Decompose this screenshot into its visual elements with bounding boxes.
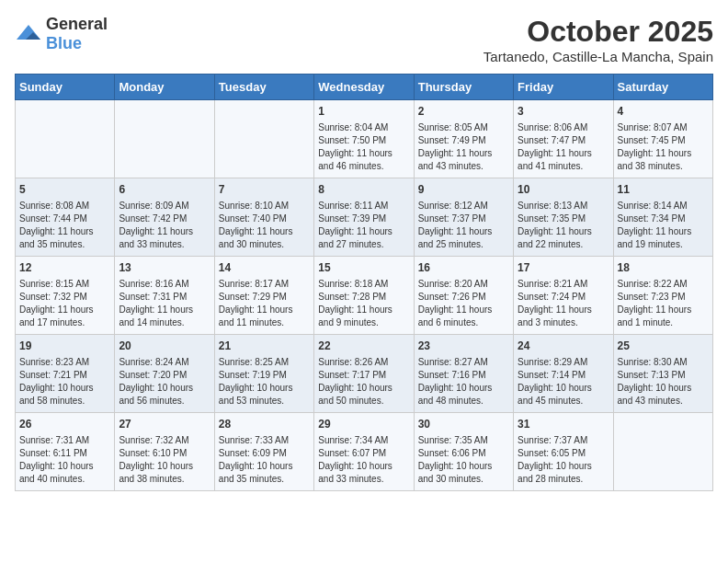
day-header-thursday: Thursday [414,75,513,100]
day-info: Sunrise: 8:08 AM Sunset: 7:44 PM Dayligh… [19,200,110,251]
calendar-cell: 19Sunrise: 8:23 AM Sunset: 7:21 PM Dayli… [16,335,115,413]
day-number: 17 [518,260,609,276]
day-number: 12 [19,260,110,276]
day-info: Sunrise: 7:31 AM Sunset: 6:11 PM Dayligh… [19,434,110,486]
day-number: 16 [418,260,509,276]
day-info: Sunrise: 8:04 AM Sunset: 7:50 PM Dayligh… [318,121,409,173]
calendar-cell: 12Sunrise: 8:15 AM Sunset: 7:32 PM Dayli… [16,257,115,335]
calendar-week-1: 1Sunrise: 8:04 AM Sunset: 7:50 PM Daylig… [16,100,713,178]
day-info: Sunrise: 8:14 AM Sunset: 7:34 PM Dayligh… [618,200,709,251]
day-info: Sunrise: 8:24 AM Sunset: 7:20 PM Dayligh… [119,356,210,408]
day-info: Sunrise: 7:34 AM Sunset: 6:07 PM Dayligh… [318,434,409,486]
day-info: Sunrise: 8:22 AM Sunset: 7:23 PM Dayligh… [618,278,709,329]
day-number: 1 [318,104,409,120]
day-number: 14 [219,260,310,276]
day-number: 19 [19,339,110,354]
day-info: Sunrise: 8:29 AM Sunset: 7:14 PM Dayligh… [518,356,609,408]
day-number: 28 [219,417,310,432]
day-header-wednesday: Wednesday [314,75,414,100]
calendar-cell: 31Sunrise: 7:37 AM Sunset: 6:05 PM Dayli… [514,413,613,491]
day-number: 31 [518,417,609,432]
day-number: 24 [518,339,609,354]
calendar-cell: 29Sunrise: 7:34 AM Sunset: 6:07 PM Dayli… [314,413,414,491]
day-info: Sunrise: 8:16 AM Sunset: 7:31 PM Dayligh… [119,278,210,329]
day-number: 8 [318,182,409,198]
day-number: 2 [418,104,509,120]
calendar-cell: 17Sunrise: 8:21 AM Sunset: 7:24 PM Dayli… [514,257,613,335]
location-title: Tartanedo, Castille-La Mancha, Spain [483,49,713,64]
calendar-cell: 24Sunrise: 8:29 AM Sunset: 7:14 PM Dayli… [514,335,613,413]
calendar-week-3: 12Sunrise: 8:15 AM Sunset: 7:32 PM Dayli… [16,257,713,335]
calendar-cell: 21Sunrise: 8:25 AM Sunset: 7:19 PM Dayli… [214,335,313,413]
calendar-cell: 26Sunrise: 7:31 AM Sunset: 6:11 PM Dayli… [16,413,115,491]
calendar-cell: 27Sunrise: 7:32 AM Sunset: 6:10 PM Dayli… [115,413,214,491]
calendar-cell: 15Sunrise: 8:18 AM Sunset: 7:28 PM Dayli… [314,257,414,335]
day-header-saturday: Saturday [613,75,712,100]
day-header-tuesday: Tuesday [214,75,313,100]
day-number: 20 [119,339,210,354]
calendar-cell: 22Sunrise: 8:26 AM Sunset: 7:17 PM Dayli… [314,335,414,413]
logo: General Blue [15,15,108,53]
day-info: Sunrise: 8:17 AM Sunset: 7:29 PM Dayligh… [219,278,310,329]
calendar-cell [214,100,313,178]
calendar-cell [16,100,115,178]
calendar-cell: 11Sunrise: 8:14 AM Sunset: 7:34 PM Dayli… [613,178,712,257]
calendar-cell: 3Sunrise: 8:06 AM Sunset: 7:47 PM Daylig… [514,100,613,178]
calendar-week-4: 19Sunrise: 8:23 AM Sunset: 7:21 PM Dayli… [16,335,713,413]
logo-icon [15,23,42,45]
day-number: 15 [318,260,409,276]
day-number: 11 [618,182,709,198]
calendar-cell: 9Sunrise: 8:12 AM Sunset: 7:37 PM Daylig… [414,178,513,257]
calendar-week-2: 5Sunrise: 8:08 AM Sunset: 7:44 PM Daylig… [16,178,713,257]
day-number: 26 [19,417,110,432]
calendar-body: 1Sunrise: 8:04 AM Sunset: 7:50 PM Daylig… [16,100,713,491]
calendar-cell: 13Sunrise: 8:16 AM Sunset: 7:31 PM Dayli… [115,257,214,335]
day-info: Sunrise: 7:33 AM Sunset: 6:09 PM Dayligh… [219,434,310,486]
header: General Blue October 2025 Tartanedo, Cas… [15,15,713,64]
day-info: Sunrise: 8:21 AM Sunset: 7:24 PM Dayligh… [518,278,609,329]
day-info: Sunrise: 8:30 AM Sunset: 7:13 PM Dayligh… [618,356,709,408]
day-info: Sunrise: 8:23 AM Sunset: 7:21 PM Dayligh… [19,356,110,408]
calendar-cell: 8Sunrise: 8:11 AM Sunset: 7:39 PM Daylig… [314,178,414,257]
day-number: 27 [119,417,210,432]
calendar-cell: 6Sunrise: 8:09 AM Sunset: 7:42 PM Daylig… [115,178,214,257]
logo-general: General [46,15,108,33]
calendar-cell: 18Sunrise: 8:22 AM Sunset: 7:23 PM Dayli… [613,257,712,335]
day-info: Sunrise: 7:32 AM Sunset: 6:10 PM Dayligh… [119,434,210,486]
calendar-cell: 16Sunrise: 8:20 AM Sunset: 7:26 PM Dayli… [414,257,513,335]
day-number: 3 [518,104,609,120]
day-info: Sunrise: 8:25 AM Sunset: 7:19 PM Dayligh… [219,356,310,408]
logo-blue: Blue [46,34,82,52]
day-number: 25 [618,339,709,354]
calendar-cell: 20Sunrise: 8:24 AM Sunset: 7:20 PM Dayli… [115,335,214,413]
day-number: 23 [418,339,509,354]
day-info: Sunrise: 8:13 AM Sunset: 7:35 PM Dayligh… [518,200,609,251]
day-info: Sunrise: 8:12 AM Sunset: 7:37 PM Dayligh… [418,200,509,251]
month-title: October 2025 [483,15,713,49]
day-info: Sunrise: 8:26 AM Sunset: 7:17 PM Dayligh… [318,356,409,408]
calendar-cell: 2Sunrise: 8:05 AM Sunset: 7:49 PM Daylig… [414,100,513,178]
day-number: 21 [219,339,310,354]
day-info: Sunrise: 8:20 AM Sunset: 7:26 PM Dayligh… [418,278,509,329]
calendar-cell: 1Sunrise: 8:04 AM Sunset: 7:50 PM Daylig… [314,100,414,178]
day-number: 5 [19,182,110,198]
calendar-cell: 30Sunrise: 7:35 AM Sunset: 6:06 PM Dayli… [414,413,513,491]
calendar-cell [115,100,214,178]
day-header-monday: Monday [115,75,214,100]
calendar-cell: 4Sunrise: 8:07 AM Sunset: 7:45 PM Daylig… [613,100,712,178]
calendar-cell: 5Sunrise: 8:08 AM Sunset: 7:44 PM Daylig… [16,178,115,257]
calendar-cell: 23Sunrise: 8:27 AM Sunset: 7:16 PM Dayli… [414,335,513,413]
title-area: October 2025 Tartanedo, Castille-La Manc… [483,15,713,64]
day-info: Sunrise: 8:15 AM Sunset: 7:32 PM Dayligh… [19,278,110,329]
day-number: 9 [418,182,509,198]
day-number: 10 [518,182,609,198]
day-info: Sunrise: 8:07 AM Sunset: 7:45 PM Dayligh… [618,121,709,173]
calendar-cell: 28Sunrise: 7:33 AM Sunset: 6:09 PM Dayli… [214,413,313,491]
day-number: 13 [119,260,210,276]
day-info: Sunrise: 7:35 AM Sunset: 6:06 PM Dayligh… [418,434,509,486]
day-number: 29 [318,417,409,432]
calendar-cell [613,413,712,491]
day-info: Sunrise: 8:05 AM Sunset: 7:49 PM Dayligh… [418,121,509,173]
day-number: 30 [418,417,509,432]
day-header-sunday: Sunday [16,75,115,100]
